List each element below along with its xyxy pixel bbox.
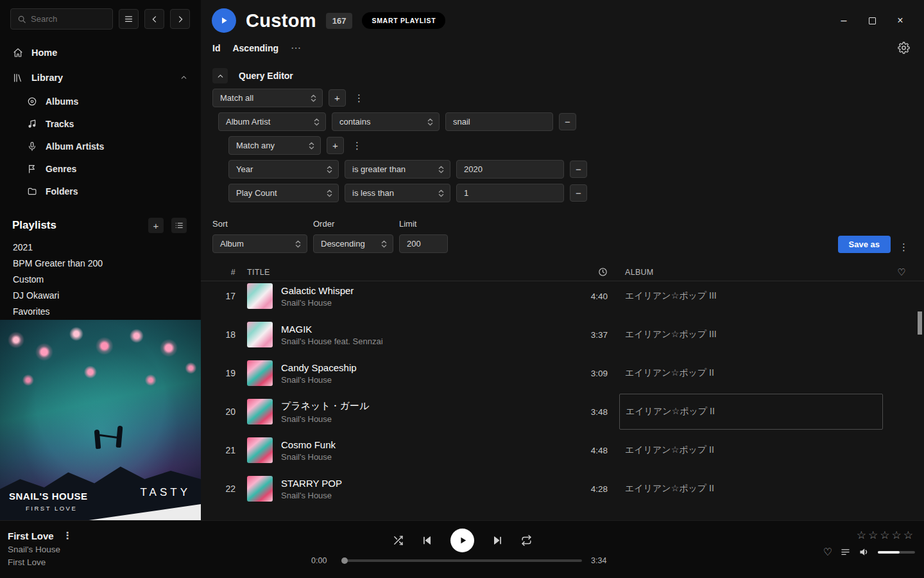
playlist-item[interactable]: DJ Okawari bbox=[0, 288, 201, 304]
shuffle-button[interactable] bbox=[393, 535, 404, 546]
vertical-scrollbar[interactable] bbox=[918, 311, 922, 335]
playlist-item[interactable]: BPM Greater than 200 bbox=[0, 256, 201, 272]
rating-stars[interactable]: ☆☆☆☆☆ bbox=[857, 529, 915, 542]
settings-button[interactable] bbox=[898, 42, 910, 54]
volume-button[interactable] bbox=[859, 547, 869, 557]
playlist-list-button[interactable] bbox=[171, 218, 187, 233]
window-close-button[interactable]: × bbox=[889, 11, 911, 30]
remove-rule-button[interactable]: − bbox=[570, 184, 587, 202]
gear-icon bbox=[898, 42, 910, 54]
window-minimize-button[interactable]: – bbox=[833, 11, 855, 30]
seek-bar[interactable] bbox=[342, 559, 582, 562]
sidebar-item-home[interactable]: Home bbox=[0, 40, 201, 65]
more-options-icon[interactable]: ⋯ bbox=[291, 42, 302, 54]
star-icon[interactable]: ☆ bbox=[868, 529, 880, 541]
next-track-button[interactable] bbox=[492, 535, 503, 546]
play-playlist-button[interactable] bbox=[212, 8, 236, 33]
rule-operator-select[interactable]: is less than bbox=[345, 184, 450, 202]
rule-field-select[interactable]: Year bbox=[228, 160, 339, 179]
play-pause-button[interactable] bbox=[450, 529, 474, 552]
volume-fill bbox=[878, 551, 900, 554]
query-editor: Query Editor Match all + ⋮ Album Artist bbox=[201, 68, 924, 253]
order-field: Order Descending bbox=[313, 219, 393, 253]
seek-handle[interactable] bbox=[341, 557, 348, 564]
playlist-item[interactable]: Favorites bbox=[0, 304, 201, 320]
remove-rule-button[interactable]: − bbox=[559, 113, 576, 130]
save-menu-button[interactable]: ⋮ bbox=[896, 241, 911, 253]
table-row[interactable]: 17 Galactic Whisper Snail's House 4:40 エ… bbox=[201, 281, 924, 315]
column-header-number[interactable]: # bbox=[218, 268, 235, 277]
sidebar-item-library[interactable]: Library bbox=[0, 65, 201, 90]
star-icon[interactable]: ☆ bbox=[903, 529, 915, 541]
table-row[interactable]: 18 MAGIK Snail's House feat. Sennzai 3:3… bbox=[201, 315, 924, 354]
limit-input[interactable] bbox=[399, 234, 448, 253]
track-album-focused-cell[interactable]: エイリアン☆ポップ II bbox=[619, 394, 883, 430]
favorite-button[interactable]: ♡ bbox=[823, 546, 832, 558]
rule-menu-button[interactable]: ⋮ bbox=[352, 92, 366, 104]
queue-button[interactable] bbox=[841, 547, 850, 557]
nav-back-button[interactable] bbox=[144, 9, 164, 29]
artwork-album-text: FIRST LOVE bbox=[26, 505, 77, 512]
now-playing-title[interactable]: First Love bbox=[8, 530, 54, 541]
previous-track-button[interactable] bbox=[422, 535, 432, 546]
group-match-type-select[interactable]: Match any bbox=[228, 136, 321, 155]
add-rule-button[interactable]: + bbox=[329, 89, 346, 107]
track-artist: Snail's House bbox=[281, 452, 336, 462]
add-group-rule-button[interactable]: + bbox=[327, 137, 344, 154]
playlist-item[interactable]: 2021 bbox=[0, 240, 201, 256]
nav-forward-button[interactable] bbox=[170, 9, 190, 29]
sidebar-item-genres[interactable]: Genres bbox=[0, 157, 201, 180]
volume-slider[interactable] bbox=[878, 551, 915, 554]
star-icon[interactable]: ☆ bbox=[880, 529, 891, 541]
sort-select[interactable]: Album bbox=[212, 234, 307, 253]
collapse-query-editor-button[interactable] bbox=[212, 68, 228, 83]
sidebar-item-albums[interactable]: Albums bbox=[0, 90, 201, 112]
column-header-album[interactable]: ALBUM bbox=[619, 268, 871, 277]
menu-button[interactable] bbox=[119, 9, 139, 29]
sidebar-item-folders[interactable]: Folders bbox=[0, 180, 201, 202]
sidebar-item-tracks[interactable]: Tracks bbox=[0, 112, 201, 135]
table-row[interactable]: 22 STARRY POP Snail's House 4:28 エイリアン☆ポ… bbox=[201, 469, 924, 508]
window-maximize-button[interactable] bbox=[861, 11, 883, 30]
sort-direction-button[interactable]: Ascending bbox=[232, 43, 278, 53]
chevron-updown-icon bbox=[309, 141, 314, 150]
column-header-title[interactable]: TITLE bbox=[247, 268, 555, 277]
playlist-item[interactable]: Custom bbox=[0, 272, 201, 288]
queue-list-icon bbox=[841, 547, 850, 557]
search-input[interactable] bbox=[31, 14, 106, 24]
repeat-button[interactable] bbox=[521, 535, 532, 546]
save-as-button[interactable]: Save as bbox=[838, 236, 891, 253]
search-box[interactable] bbox=[10, 8, 113, 30]
rule-operator-select[interactable]: is greater than bbox=[345, 160, 450, 179]
now-playing-menu-button[interactable]: ⋮ bbox=[60, 530, 75, 541]
add-playlist-button[interactable]: + bbox=[148, 218, 164, 233]
rule-value-input[interactable] bbox=[456, 184, 564, 202]
now-playing-album[interactable]: First Love bbox=[8, 557, 193, 567]
table-row[interactable]: 20 プラネット・ガール Snail's House 3:48 エイリアン☆ポッ… bbox=[201, 392, 924, 431]
order-select[interactable]: Descending bbox=[313, 234, 393, 253]
page-title: Custom bbox=[246, 10, 316, 31]
group-menu-button[interactable]: ⋮ bbox=[350, 140, 364, 152]
rule-field-select[interactable]: Album Artist bbox=[218, 112, 326, 131]
star-icon[interactable]: ☆ bbox=[892, 529, 903, 541]
match-type-select[interactable]: Match all bbox=[212, 89, 323, 107]
column-header-duration[interactable] bbox=[567, 267, 608, 277]
dots-vertical-icon: ⋮ bbox=[352, 140, 362, 151]
rule-value-input[interactable] bbox=[456, 160, 564, 179]
table-row[interactable]: 21 Cosmo Funk Snail's House 4:48 エイリアン☆ポ… bbox=[201, 431, 924, 469]
sidebar-item-album-artists[interactable]: Album Artists bbox=[0, 135, 201, 157]
playlists-title: Playlists bbox=[12, 219, 56, 232]
sort-field-button[interactable]: Id bbox=[212, 43, 220, 53]
chevron-up-icon[interactable] bbox=[180, 73, 188, 82]
artwork-figure bbox=[99, 434, 118, 439]
star-icon[interactable]: ☆ bbox=[857, 529, 868, 541]
rule-field-select[interactable]: Play Count bbox=[228, 184, 339, 202]
remove-rule-button[interactable]: − bbox=[570, 161, 587, 178]
rule-value-input[interactable] bbox=[445, 112, 553, 131]
track-title: STARRY POP bbox=[281, 478, 342, 489]
clock-icon bbox=[598, 267, 608, 277]
column-header-favorite[interactable]: ♡ bbox=[883, 267, 906, 278]
table-row[interactable]: 19 Candy Spaceship Snail's House 3:09 エイ… bbox=[201, 354, 924, 392]
rule-operator-select[interactable]: contains bbox=[332, 112, 440, 131]
now-playing-artist[interactable]: Snail's House bbox=[8, 545, 193, 554]
